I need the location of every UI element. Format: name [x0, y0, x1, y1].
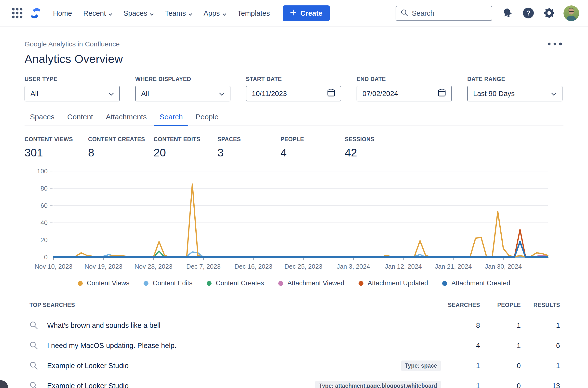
tab-bar: SpacesContentAttachmentsSearchPeople [24, 111, 564, 126]
people-count: 1 [480, 341, 521, 350]
svg-text:?: ? [526, 9, 531, 17]
type-badge: Type: attachment,page,blogpost,whiteboar… [315, 381, 441, 388]
svg-text:Dec 7, 2023: Dec 7, 2023 [186, 263, 221, 270]
settings-gear-icon [544, 8, 555, 19]
search-query: I need my MacOS updating. Please help. [47, 341, 177, 350]
table-row: I need my MacOS updating. Please help. 4… [29, 336, 560, 356]
nav-item-apps[interactable]: Apps [204, 9, 226, 17]
breadcrumb[interactable]: Google Analytics in Confluence [24, 40, 120, 48]
end-date-input[interactable]: 07/02/2024 [357, 86, 452, 101]
tab-attachments[interactable]: Attachments [100, 111, 152, 125]
confluence-app: Home Recent Spaces Teams [0, 0, 588, 388]
search-query: What's brown and sounds like a bell [47, 321, 160, 330]
search-input[interactable] [412, 9, 487, 17]
table-row: Example of Looker Studio Type: attachmen… [29, 376, 560, 388]
avatar[interactable] [564, 5, 579, 21]
search-icon [401, 9, 408, 18]
legend-content-edits: Content Edits [144, 279, 192, 287]
create-button-label: Create [300, 9, 322, 17]
where-displayed-select[interactable]: All [135, 86, 230, 101]
chevron-down-icon [109, 90, 114, 98]
plus-icon [290, 9, 296, 17]
settings-button[interactable] [544, 8, 555, 19]
svg-text:60: 60 [41, 202, 48, 209]
column-people: PEOPLE [480, 302, 521, 308]
table-header: TOP SEARCHES SEARCHES PEOPLE RESULTS [29, 302, 560, 308]
filter-where-displayed: WHERE DISPLAYED All [135, 76, 230, 101]
nav-item-spaces[interactable]: Spaces [123, 9, 154, 17]
app-switcher-icon [11, 7, 23, 20]
top-navigation-bar: Home Recent Spaces Teams [0, 0, 588, 27]
filters-row: USER TYPE All WHERE DISPLAYED All [24, 76, 564, 101]
results-count: 13 [521, 382, 560, 388]
line-chart-canvas: 020406080100Nov 10, 2023Nov 19, 2023Nov … [24, 166, 564, 271]
table-row: Example of Looker Studio Type: space 1 0… [29, 356, 560, 376]
search-query: Example of Looker Studio [47, 362, 129, 370]
legend-dot [144, 281, 148, 286]
create-button[interactable]: Create [283, 5, 330, 21]
chart-legend: Content Views Content Edits Content Crea… [24, 279, 564, 287]
svg-text:Dec 25, 2023: Dec 25, 2023 [284, 263, 322, 270]
column-top-searches: TOP SEARCHES [29, 302, 441, 308]
legend-content-views: Content Views [78, 279, 130, 287]
stat-content-creates: CONTENT CREATES 8 [88, 136, 154, 159]
legend-dot [442, 281, 447, 286]
start-date-input[interactable]: 10/11/2023 [246, 86, 341, 101]
legend-attachment-created: Attachment Created [442, 279, 510, 287]
results-count: 6 [521, 341, 560, 350]
svg-text:Jan 21, 2024: Jan 21, 2024 [435, 263, 472, 270]
type-badge: Type: space [401, 361, 441, 371]
date-range-select[interactable]: Last 90 Days [467, 86, 563, 101]
people-count: 1 [480, 321, 521, 330]
legend-attachment-updated: Attachment Updated [359, 279, 428, 287]
filter-user-type: USER TYPE All [24, 76, 120, 101]
chevron-down-icon [551, 90, 557, 98]
results-count: 1 [521, 321, 560, 330]
svg-text:40: 40 [41, 219, 48, 226]
svg-text:Nov 10, 2023: Nov 10, 2023 [35, 263, 73, 270]
searches-count: 8 [441, 321, 480, 330]
svg-text:Jan 3, 2024: Jan 3, 2024 [337, 263, 370, 270]
search-icon [29, 341, 38, 350]
tab-spaces[interactable]: Spaces [24, 111, 60, 125]
svg-text:20: 20 [41, 236, 48, 243]
filter-end-date: END DATE 07/02/2024 [357, 76, 452, 101]
top-searches-table: TOP SEARCHES SEARCHES PEOPLE RESULTS Wha… [24, 302, 564, 388]
legend-attachment-viewed: Attachment Viewed [278, 279, 344, 287]
search-icon [29, 321, 38, 330]
table-row: What's brown and sounds like a bell 8 1 … [29, 315, 560, 336]
legend-dot [207, 281, 212, 286]
help-button[interactable]: ? [523, 7, 534, 19]
stat-content-edits: CONTENT EDITS 20 [154, 136, 217, 159]
primary-nav: Home Recent Spaces Teams [53, 9, 270, 17]
nav-item-home[interactable]: Home [53, 9, 72, 17]
searches-count: 1 [441, 382, 480, 388]
notifications-bell-icon [502, 8, 513, 19]
stat-spaces: SPACES 3 [217, 136, 280, 159]
chevron-down-icon [150, 9, 154, 17]
nav-item-teams[interactable]: Teams [165, 9, 192, 17]
svg-text:100: 100 [37, 168, 48, 175]
svg-text:Nov 28, 2023: Nov 28, 2023 [135, 263, 173, 270]
user-type-select[interactable]: All [24, 86, 120, 101]
stat-people: PEOPLE 4 [280, 136, 345, 159]
nav-item-recent[interactable]: Recent [83, 9, 112, 17]
tab-content[interactable]: Content [62, 111, 98, 125]
more-options-button[interactable] [546, 41, 564, 48]
searches-count: 4 [441, 341, 480, 350]
search-icon [29, 361, 38, 370]
legend-dot [359, 281, 363, 286]
filter-date-range: DATE RANGE Last 90 Days [467, 76, 563, 101]
nav-item-templates[interactable]: Templates [238, 9, 270, 17]
global-search[interactable] [396, 6, 492, 21]
svg-text:0: 0 [44, 253, 48, 261]
svg-text:Jan 12, 2024: Jan 12, 2024 [385, 263, 422, 270]
calendar-icon [327, 88, 335, 99]
more-options-icon [548, 43, 562, 46]
tab-search[interactable]: Search [154, 111, 188, 125]
confluence-logo[interactable] [29, 7, 42, 19]
column-results: RESULTS [521, 302, 560, 308]
notifications-button[interactable] [502, 8, 513, 19]
tab-people[interactable]: People [190, 111, 224, 125]
app-switcher-button[interactable] [11, 7, 23, 20]
